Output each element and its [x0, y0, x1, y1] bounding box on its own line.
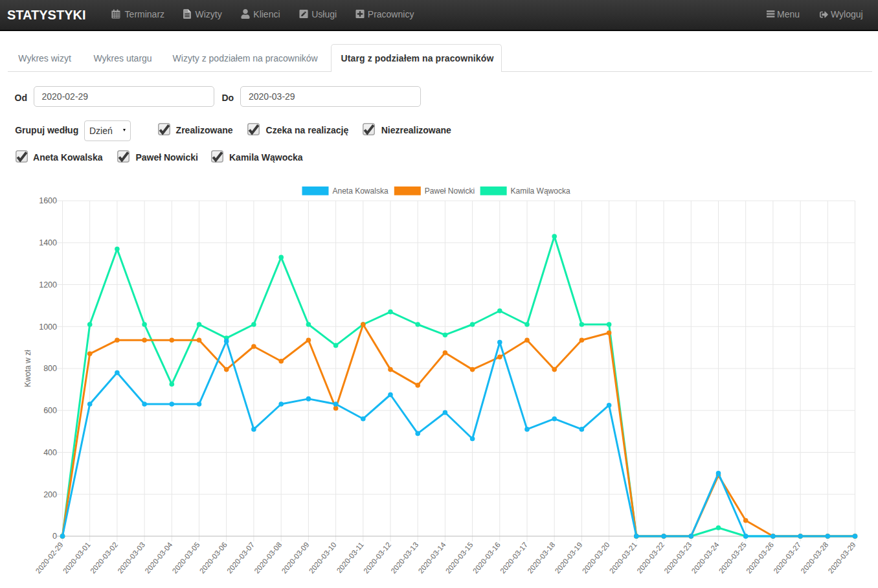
svg-text:1600: 1600 [39, 196, 57, 205]
svg-text:Kwota w zł: Kwota w zł [23, 350, 32, 387]
svg-text:Kamila Wąwocka: Kamila Wąwocka [511, 187, 570, 196]
svg-text:2020-03-02: 2020-03-02 [89, 541, 119, 575]
svg-text:2020-03-19: 2020-03-19 [554, 541, 584, 575]
svg-text:800: 800 [43, 364, 57, 373]
svg-text:2020-03-07: 2020-03-07 [225, 541, 256, 575]
svg-text:2020-03-28: 2020-03-28 [799, 541, 829, 575]
svg-text:400: 400 [43, 448, 57, 457]
svg-text:2020-03-25: 2020-03-25 [717, 541, 748, 575]
svg-text:2020-03-09: 2020-03-09 [280, 541, 311, 575]
svg-text:600: 600 [43, 406, 57, 415]
svg-text:2020-03-11: 2020-03-11 [335, 541, 365, 574]
svg-text:2020-03-15: 2020-03-15 [444, 541, 475, 575]
svg-text:2020-03-29: 2020-03-29 [827, 541, 857, 575]
svg-text:1200: 1200 [39, 280, 57, 289]
svg-text:2020-02-29: 2020-02-29 [34, 541, 65, 575]
svg-text:2020-03-16: 2020-03-16 [471, 541, 502, 575]
svg-text:2020-03-23: 2020-03-23 [662, 541, 693, 575]
svg-text:2020-03-22: 2020-03-22 [635, 541, 666, 575]
svg-text:2020-03-18: 2020-03-18 [526, 541, 556, 575]
svg-text:1000: 1000 [39, 322, 57, 332]
svg-text:Paweł Nowicki: Paweł Nowicki [425, 187, 475, 196]
svg-text:2020-03-13: 2020-03-13 [389, 541, 420, 575]
svg-text:2020-03-21: 2020-03-21 [608, 541, 638, 575]
svg-text:2020-03-20: 2020-03-20 [581, 541, 611, 575]
svg-text:2020-03-17: 2020-03-17 [499, 541, 529, 575]
svg-text:2020-03-03: 2020-03-03 [116, 541, 146, 575]
svg-text:2020-03-14: 2020-03-14 [417, 541, 447, 575]
svg-text:2020-03-10: 2020-03-10 [308, 541, 338, 575]
svg-text:Aneta Kowalska: Aneta Kowalska [333, 187, 388, 196]
svg-text:2020-03-27: 2020-03-27 [772, 541, 802, 575]
svg-text:2020-03-05: 2020-03-05 [171, 541, 201, 575]
svg-text:2020-03-06: 2020-03-06 [198, 541, 229, 575]
svg-text:1400: 1400 [39, 238, 57, 247]
svg-text:2020-03-04: 2020-03-04 [143, 541, 174, 575]
svg-text:0: 0 [52, 532, 57, 541]
svg-text:2020-03-24: 2020-03-24 [690, 541, 721, 575]
svg-text:2020-03-26: 2020-03-26 [745, 541, 775, 575]
svg-text:200: 200 [43, 490, 57, 499]
svg-text:2020-03-12: 2020-03-12 [362, 541, 392, 575]
svg-text:2020-03-08: 2020-03-08 [253, 541, 283, 575]
svg-text:2020-03-01: 2020-03-01 [62, 541, 92, 575]
